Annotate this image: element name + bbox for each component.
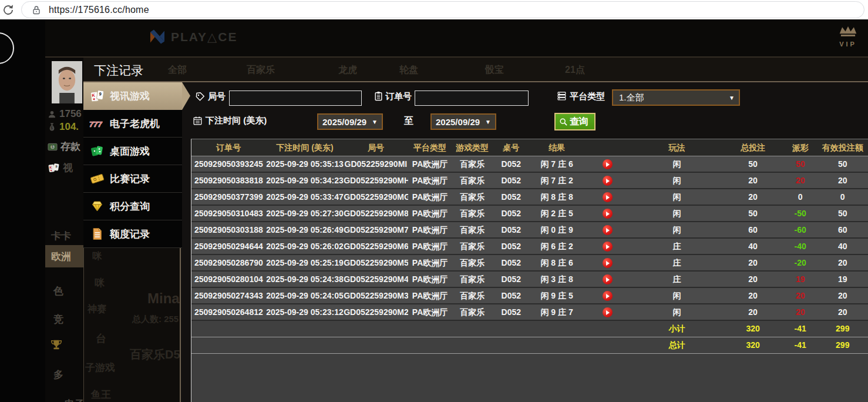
user-id: 1756 bbox=[59, 108, 82, 120]
cell-play bbox=[584, 272, 631, 287]
address-bar[interactable]: https://175616.cc/home bbox=[21, 1, 864, 18]
clipboard-icon bbox=[374, 91, 383, 101]
play-video-button[interactable] bbox=[603, 274, 613, 284]
cell-payout: 20 bbox=[783, 288, 817, 303]
menu-label: 视讯游戏 bbox=[110, 89, 150, 103]
peek-text: 台 bbox=[96, 331, 106, 346]
play-icon bbox=[606, 310, 610, 315]
money-bag-icon: $ bbox=[48, 122, 56, 132]
cell-game: 百家乐 bbox=[452, 156, 493, 172]
play-video-button[interactable] bbox=[603, 291, 613, 301]
round-no-input[interactable] bbox=[229, 91, 362, 106]
col-header-result: 结果 bbox=[530, 139, 584, 156]
table-row: 250929050303188 2025-09-29 05:26:49 GD05… bbox=[191, 222, 868, 239]
reload-icon[interactable] bbox=[1, 3, 15, 17]
peek-text: 子游戏 bbox=[85, 361, 115, 374]
cell-round: GD052259290MI bbox=[344, 156, 408, 172]
app-header: PLAY△CE VIP bbox=[45, 19, 868, 58]
ghost-nav-roulette: 轮盘 bbox=[399, 64, 418, 76]
cell-order: 250929050286790 bbox=[191, 255, 266, 270]
cell-game: 百家乐 bbox=[452, 288, 493, 303]
cell-valid-bet: 19 bbox=[817, 272, 868, 287]
cell-result: 闲 3 庄 8 bbox=[530, 272, 584, 287]
col-header-playtype: 玩法 bbox=[631, 139, 723, 156]
cell-platform: PA欧洲厅 bbox=[408, 255, 452, 270]
cell-total-bet: 60 bbox=[722, 222, 783, 237]
cell-result: 闲 2 庄 5 bbox=[530, 206, 584, 221]
menu-item-points-query[interactable]: 积分查询 bbox=[83, 193, 182, 220]
balance-row: $ 104. bbox=[48, 121, 79, 133]
ghost-nav-blackjack: 21点 bbox=[565, 64, 585, 76]
play-video-button[interactable] bbox=[603, 242, 613, 252]
sidebar-item-slots: 777 电子 bbox=[48, 397, 83, 402]
cell-round: GD052259290M4 bbox=[344, 272, 408, 287]
trophy-icon bbox=[50, 339, 63, 351]
sidebar-item-jing: 竞 bbox=[53, 313, 63, 326]
balance-value: 104. bbox=[59, 121, 79, 133]
menu-item-slots[interactable]: 777 电子老虎机 bbox=[83, 110, 182, 138]
cell-round: GD052259290MG bbox=[344, 189, 408, 205]
cell-play-type: 闲 bbox=[631, 173, 723, 188]
cell-table-no: D052 bbox=[493, 239, 530, 254]
col-header-total: 总投注 bbox=[722, 139, 783, 156]
records-table: 订单号 下注时间 (美东) 局号 平台类型 游戏类型 桌号 结果 玩法 总投注 … bbox=[191, 139, 868, 402]
menu-label: 比赛记录 bbox=[110, 172, 150, 186]
floating-widget-circle[interactable] bbox=[0, 32, 14, 64]
cell-table-no: D052 bbox=[493, 222, 530, 237]
play-video-button[interactable] bbox=[603, 209, 613, 219]
cell-game: 百家乐 bbox=[452, 189, 493, 205]
sidebar-item-europe: 欧洲 bbox=[45, 245, 83, 267]
play-video-button[interactable] bbox=[603, 307, 613, 317]
menu-item-table-games[interactable]: 桌面游戏 bbox=[83, 138, 182, 165]
table-row: 250929050383818 2025-09-29 05:34:23 GD05… bbox=[191, 173, 868, 189]
ghost-nav-dragon-tiger: 龙虎 bbox=[338, 64, 357, 76]
subtotal-valid: 299 bbox=[817, 321, 868, 337]
peek-text: 咪 bbox=[92, 250, 102, 263]
cell-platform: PA欧洲厅 bbox=[408, 189, 452, 205]
platform-type-select[interactable]: 1.全部 ▼ bbox=[612, 89, 740, 106]
cell-platform: PA欧洲厅 bbox=[408, 288, 452, 303]
cell-order: 250929050393245 bbox=[191, 156, 266, 172]
svg-text:$: $ bbox=[52, 145, 54, 149]
menu-item-match-records[interactable]: 比赛记录 bbox=[83, 165, 182, 193]
play-video-button[interactable] bbox=[603, 159, 613, 169]
order-no-label: 订单号 bbox=[385, 91, 412, 102]
sidebar-item-kaka: 卡卡 bbox=[51, 229, 71, 243]
cell-round: GD052259290M2 bbox=[344, 304, 408, 320]
order-no-input[interactable] bbox=[415, 91, 529, 106]
play-icon bbox=[606, 261, 610, 266]
play-video-button[interactable] bbox=[603, 225, 613, 235]
cell-round: GD052259290M3 bbox=[344, 288, 408, 303]
platform-type-label: 平台类型 bbox=[570, 91, 605, 102]
crown-icon bbox=[837, 25, 859, 38]
play-video-button[interactable] bbox=[603, 176, 613, 186]
date-to-select[interactable]: 2025/09/29 ▼ bbox=[430, 113, 496, 130]
menu-item-video-games[interactable]: K♥9 视讯游戏 bbox=[83, 82, 182, 110]
cell-table-no: D052 bbox=[493, 304, 530, 320]
peek-player-count: 总人数: 255 bbox=[132, 314, 179, 325]
cell-payout: 20 bbox=[783, 173, 817, 188]
cell-valid-bet: 60 bbox=[817, 222, 868, 237]
grand-total-total: 320 bbox=[722, 337, 783, 353]
search-button[interactable]: 查询 bbox=[554, 113, 596, 130]
cell-payout: -20 bbox=[783, 255, 817, 270]
cell-total-bet: 20 bbox=[722, 255, 783, 270]
cell-play bbox=[584, 189, 631, 205]
cell-play-type: 庄 bbox=[631, 272, 723, 287]
cell-time: 2025-09-29 05:24:05 bbox=[266, 288, 344, 303]
slots-777-icon: 777 bbox=[89, 116, 105, 130]
tag-icon bbox=[195, 92, 205, 102]
col-header-order: 订单号 bbox=[191, 139, 266, 156]
cell-platform: PA欧洲厅 bbox=[408, 206, 452, 221]
cell-order: 250929050310483 bbox=[191, 206, 266, 221]
play-video-button[interactable] bbox=[603, 192, 613, 202]
vip-widget[interactable]: VIP bbox=[835, 25, 861, 48]
cell-payout: -40 bbox=[783, 239, 817, 254]
cell-total-bet: 20 bbox=[722, 304, 783, 320]
date-from-select[interactable]: 2025/09/29 ▼ bbox=[317, 113, 383, 130]
cell-table-no: D052 bbox=[493, 189, 530, 205]
play-video-button[interactable] bbox=[603, 258, 613, 268]
calendar-icon bbox=[193, 116, 203, 126]
cell-play-type: 闲 bbox=[631, 222, 723, 237]
menu-item-quota-records[interactable]: 额度记录 bbox=[83, 220, 182, 248]
